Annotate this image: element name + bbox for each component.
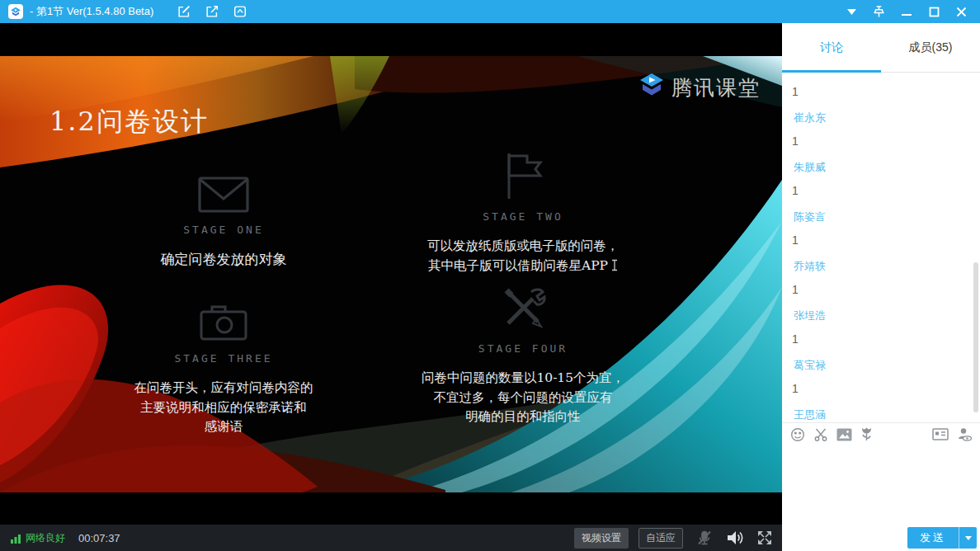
minimize-button[interactable]: [902, 7, 912, 17]
send-button-group: 发送: [907, 527, 977, 549]
chat-sender-name: 张埕浩: [794, 308, 980, 323]
screenshot-scissors-icon[interactable]: [813, 427, 828, 442]
stage-four-text-line3: 明确的目的和指向性: [371, 407, 675, 427]
member-visibility-icon[interactable]: [957, 427, 972, 441]
chat-sender-name: 王思涵: [794, 407, 980, 422]
chat-message-text: 1: [792, 184, 980, 197]
stage-three-text-line3: 感谢语: [91, 417, 356, 437]
chat-message: 王思涵 1: [782, 407, 980, 422]
chat-toolbar: [782, 422, 980, 445]
close-button[interactable]: [956, 7, 967, 17]
send-button[interactable]: 发送: [907, 527, 959, 549]
title-bar: - 第1节 Ver(1.5.4.80 Beta): [0, 0, 980, 23]
network-status: 网络良好: [10, 531, 65, 545]
chat-message-text: 1: [792, 332, 980, 346]
course-home-icon[interactable]: [233, 4, 247, 19]
chat-message-text: 1: [792, 382, 980, 395]
send-options-dropdown[interactable]: [959, 527, 977, 549]
chat-message: 朱朕威 1: [782, 160, 980, 197]
chat-input-area[interactable]: [782, 445, 980, 525]
chat-message-text: 1: [792, 85, 980, 98]
active-tab-underline: [782, 70, 881, 73]
chat-sender-name: 崔永东: [794, 111, 980, 125]
brand-watermark: 腾讯课堂: [639, 73, 761, 102]
window-title: - 第1节 Ver(1.5.4.80 Beta): [30, 4, 153, 19]
stage-three-label: STAGE THREE: [91, 352, 356, 365]
maximize-button[interactable]: [929, 7, 940, 17]
chat-sender-name: 乔靖轶: [794, 259, 980, 274]
brand-name: 腾讯课堂: [671, 74, 761, 101]
speaker-icon[interactable]: [726, 530, 744, 546]
chat-message: 陈姿言 1: [782, 210, 980, 247]
chat-sender-name: 葛宝禄: [794, 358, 980, 373]
stage-four-label: STAGE FOUR: [371, 342, 675, 355]
slide-title: 1.2问卷设计: [49, 104, 209, 140]
fit-mode-button[interactable]: 自适应: [638, 528, 683, 549]
send-row: 发送: [782, 525, 980, 551]
pin-window-icon[interactable]: [873, 5, 885, 18]
chat-message: 1: [782, 85, 980, 98]
video-settings-button[interactable]: 视频设置: [574, 528, 629, 549]
chevron-down-icon: [965, 536, 972, 540]
elapsed-timer: 00:07:37: [78, 532, 120, 544]
microphone-muted-icon[interactable]: [696, 530, 713, 546]
tab-discussion[interactable]: 讨论: [782, 23, 881, 72]
edit-lesson-icon[interactable]: [177, 4, 191, 19]
image-icon[interactable]: [836, 428, 852, 441]
video-status-bar: 网络良好 00:07:37 视频设置 自适应: [0, 525, 782, 551]
chat-sender-name: 朱朕威: [794, 160, 980, 175]
text-cursor-icon: [611, 258, 618, 278]
chevron-down-icon[interactable]: [847, 9, 856, 15]
stage-two-text-line1: 可以发放纸质版或电子版的问卷，: [371, 237, 675, 257]
network-signal-icon: [10, 533, 21, 544]
stage-two-block: STAGE TWO 可以发放纸质版或电子版的问卷， 其中电子版可以借助问卷星AP…: [371, 148, 675, 277]
stage-four-text-line1: 问卷中问题的数量以10-15个为宜，: [371, 369, 675, 389]
stage-three-block: STAGE THREE 在问卷开头，应有对问卷内容的 主要说明和相应的保密承诺和…: [91, 290, 356, 437]
stage-three-text-line1: 在问卷开头，应有对问卷内容的: [91, 379, 356, 398]
stage-four-block: STAGE FOUR 问卷中问题的数量以10-15个为宜， 不宜过多，每个问题的…: [371, 280, 675, 427]
stage-one-label: STAGE ONE: [91, 224, 356, 236]
presentation-slide: 1.2问卷设计 腾讯课堂 STAGE ONE 确定问卷发放的对象: [0, 56, 782, 492]
name-card-icon[interactable]: [932, 428, 949, 440]
chat-message: 崔永东 1: [782, 111, 980, 148]
chat-message-text: 1: [792, 134, 980, 148]
tencent-classroom-logo-icon: [639, 73, 664, 102]
flag-icon: [371, 148, 675, 200]
chat-message-text: 1: [792, 233, 980, 247]
tab-members[interactable]: 成员(35): [881, 23, 980, 72]
chat-message: 葛宝禄 1: [782, 358, 980, 395]
stage-two-text-line2: 其中电子版可以借助问卷星APP: [371, 257, 675, 278]
chat-message-list: 1 崔永东 1 朱朕威 1 陈姿言 1 乔靖轶 1 张埕浩 1 葛宝禄 1 王思…: [782, 73, 980, 422]
envelope-icon: [91, 162, 356, 213]
emoji-icon[interactable]: [790, 427, 805, 442]
video-area: 1.2问卷设计 腾讯课堂 STAGE ONE 确定问卷发放的对象: [0, 23, 782, 551]
sidebar-tabs: 讨论 成员(35): [782, 23, 980, 73]
stage-two-label: STAGE TWO: [371, 210, 675, 223]
network-status-label: 网络良好: [26, 531, 65, 545]
share-icon[interactable]: [205, 4, 219, 19]
flower-gift-icon[interactable]: [860, 427, 873, 442]
camera-icon: [91, 290, 356, 341]
app-logo-icon: [8, 4, 23, 19]
stage-one-block: STAGE ONE 确定问卷发放的对象: [91, 162, 356, 270]
stage-four-text-line2: 不宜过多，每个问题的设置应有: [371, 389, 675, 408]
chat-sidebar: 讨论 成员(35) 1 崔永东 1 朱朕威 1 陈姿言: [782, 23, 980, 551]
chat-message: 张埕浩 1: [782, 308, 980, 346]
chat-sender-name: 陈姿言: [794, 210, 980, 224]
stage-one-text: 确定问卷发放的对象: [91, 250, 356, 270]
chat-message: 乔靖轶 1: [782, 259, 980, 296]
chat-scrollbar-thumb[interactable]: [973, 262, 978, 412]
stage-three-text-line2: 主要说明和相应的保密承诺和: [91, 398, 356, 418]
chat-message-text: 1: [792, 283, 980, 296]
tools-icon: [371, 280, 675, 332]
fullscreen-icon[interactable]: [757, 530, 772, 545]
